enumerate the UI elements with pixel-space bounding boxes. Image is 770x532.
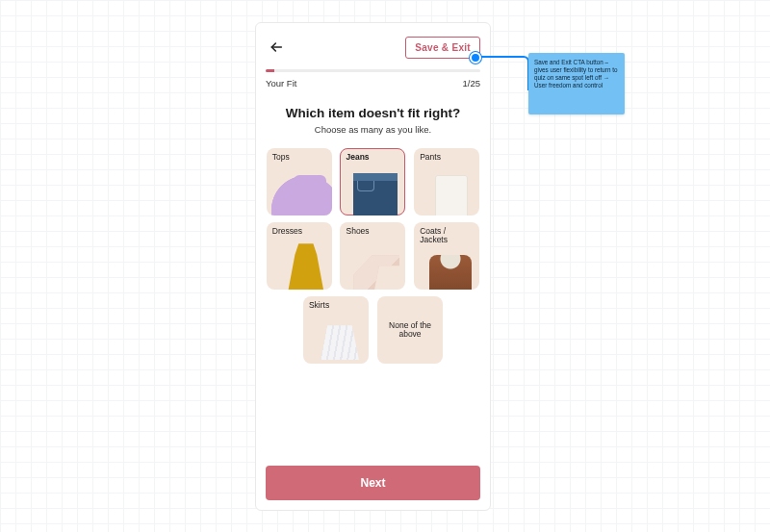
option-label: Jeans	[340, 148, 405, 162]
option-label: Tops	[267, 148, 332, 162]
annotation-pin[interactable]	[470, 52, 481, 63]
jacket-icon	[414, 245, 479, 290]
dress-icon	[267, 236, 332, 290]
quiz-screen: Save & Exit Your Fit 1/25 Which item doe…	[255, 22, 491, 511]
annotation-text: Save and Exit CTA button – gives user fl…	[534, 59, 617, 89]
tops-icon	[267, 162, 332, 215]
arrow-left-icon	[269, 39, 284, 55]
progress-fill	[266, 69, 274, 72]
option-grid-2: Skirts None of the above	[302, 296, 444, 364]
option-jeans[interactable]: Jeans	[340, 148, 405, 215]
section-label: Your Fit	[266, 78, 296, 89]
option-label: Dresses	[267, 222, 332, 236]
option-coats[interactable]: Coats / Jackets	[414, 222, 479, 290]
option-label: None of the above	[377, 321, 443, 340]
question-subtitle: Choose as many as you like.	[266, 124, 480, 135]
option-label: Coats / Jackets	[414, 222, 479, 245]
next-button[interactable]: Next	[266, 466, 480, 500]
option-pants[interactable]: Pants	[414, 148, 479, 215]
option-shoes[interactable]: Shoes	[340, 222, 405, 290]
option-dresses[interactable]: Dresses	[267, 222, 332, 290]
annotation-connector	[479, 56, 529, 90]
progress-meta: Your Fit 1/25	[266, 78, 480, 89]
option-label: Pants	[414, 148, 479, 162]
option-label: Skirts	[303, 296, 369, 310]
jeans-icon	[340, 162, 405, 215]
shoe-icon	[340, 236, 405, 290]
option-none[interactable]: None of the above	[377, 296, 443, 364]
question-heading: Which item doesn't fit right? Choose as …	[266, 106, 480, 135]
progress-bar	[266, 69, 480, 72]
question-title: Which item doesn't fit right?	[266, 106, 480, 120]
back-button[interactable]	[266, 37, 287, 58]
option-grid: Tops Jeans Pants Dresses Shoes Coats / J…	[266, 148, 480, 290]
option-label: Shoes	[340, 222, 405, 236]
step-counter: 1/25	[463, 78, 481, 89]
option-skirts[interactable]: Skirts	[303, 296, 369, 364]
pants-icon	[414, 162, 479, 215]
annotation-note[interactable]: Save and Exit CTA button – gives user fl…	[528, 53, 625, 114]
top-bar: Save & Exit	[266, 35, 480, 60]
option-tops[interactable]: Tops	[267, 148, 332, 215]
skirt-icon	[303, 310, 369, 364]
